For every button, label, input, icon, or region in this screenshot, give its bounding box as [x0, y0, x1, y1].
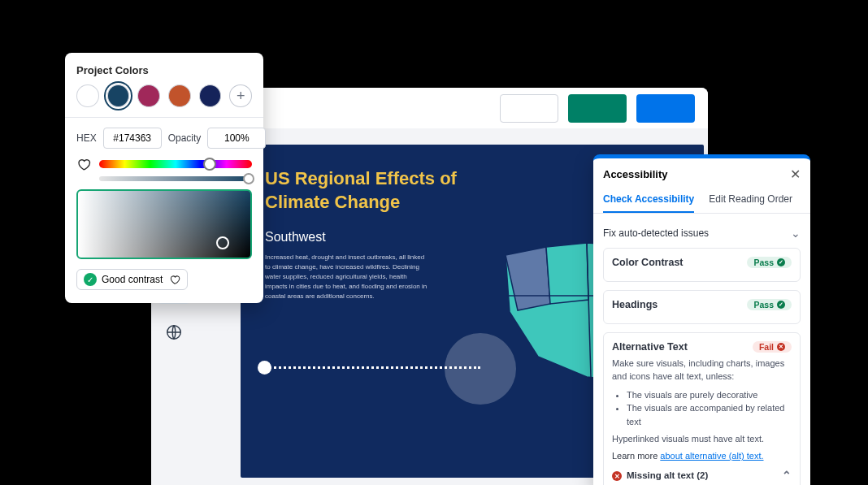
learn-more-link[interactable]: about alternative (alt) text.	[660, 451, 763, 461]
hue-slider[interactable]	[99, 160, 252, 168]
tab-edit-reading-order[interactable]: Edit Reading Order	[709, 188, 792, 213]
status-badge-fail: Fail✕	[753, 341, 792, 353]
swatch-darkblue[interactable]	[199, 84, 222, 107]
header-button-3[interactable]	[636, 94, 695, 123]
error-icon: ✕	[612, 471, 622, 481]
issue-color-contrast[interactable]: Color Contrast Pass✓	[603, 248, 801, 282]
a11y-tabs: Check Accessibility Edit Reading Order	[593, 188, 810, 214]
connector-line	[265, 366, 480, 369]
favorite-icon[interactable]	[76, 157, 91, 171]
opacity-label: Opacity	[168, 132, 202, 144]
fix-issues-label: Fix auto-detected issues	[603, 227, 709, 239]
opacity-input[interactable]	[207, 128, 266, 149]
connector-start-dot	[258, 361, 271, 375]
swatch-row: +	[76, 84, 252, 107]
list-item: The visuals are accompanied by related t…	[627, 401, 792, 428]
fix-issues-row[interactable]: Fix auto-detected issues ⌄	[603, 222, 801, 248]
issue-title: Headings	[612, 299, 658, 310]
color-panel-title: Project Colors	[76, 64, 252, 76]
swatch-orange[interactable]	[168, 84, 191, 107]
status-badge-pass: Pass✓	[747, 257, 792, 268]
saturation-box[interactable]	[76, 189, 252, 259]
globe-icon[interactable]	[157, 315, 191, 349]
header-button-2[interactable]	[568, 94, 627, 123]
issue-hyper-note: Hyperlinked visuals must have alt text.	[612, 433, 792, 446]
issue-description: Make sure visuals, including charts, ima…	[612, 357, 792, 383]
slide-body-text: Increased heat, drought and insect outbr…	[265, 253, 427, 301]
contrast-chip: ✓ Good contrast	[76, 269, 188, 290]
chevron-down-icon: ⌄	[791, 227, 801, 240]
chevron-up-icon: ⌃	[782, 469, 792, 482]
alpha-thumb[interactable]	[243, 173, 254, 184]
issue-headings[interactable]: Headings Pass✓	[603, 290, 801, 324]
tab-check-accessibility[interactable]: Check Accessibility	[603, 188, 694, 213]
status-badge-pass: Pass✓	[747, 299, 792, 310]
check-icon: ✓	[84, 273, 97, 286]
a11y-title: Accessibility	[603, 168, 668, 180]
alpha-slider[interactable]	[99, 176, 252, 181]
hex-opacity-row: HEX Opacity	[76, 128, 252, 149]
contrast-label: Good contrast	[102, 274, 163, 285]
issue-title: Alternative Text	[612, 341, 688, 353]
hex-label: HEX	[76, 132, 97, 144]
favorite-icon-small[interactable]	[169, 274, 180, 285]
add-swatch-button[interactable]: +	[229, 84, 252, 107]
swatch-navy[interactable]	[107, 84, 130, 107]
hue-thumb[interactable]	[203, 158, 216, 171]
saturation-thumb[interactable]	[216, 236, 229, 249]
issue-alt-text: Alternative Text Fail✕ Make sure visuals…	[603, 332, 801, 485]
header-button-1[interactable]	[500, 94, 558, 123]
accessibility-panel: Accessibility ✕ Check Accessibility Edit…	[593, 154, 810, 485]
learn-more: Learn more about alternative (alt) text.	[612, 451, 792, 461]
connector-highlight-circle	[445, 333, 516, 405]
list-item: The visuals are purely decorative	[627, 388, 792, 402]
issue-bullet-list: The visuals are purely decorative The vi…	[612, 388, 792, 429]
swatch-magenta[interactable]	[137, 84, 160, 107]
hex-input[interactable]	[103, 128, 162, 149]
swatch-white[interactable]	[76, 84, 99, 107]
close-icon[interactable]: ✕	[790, 167, 801, 182]
issue-title: Color Contrast	[612, 257, 684, 268]
missing-alt-header[interactable]: ✕Missing alt text (2) ⌃	[612, 469, 792, 482]
project-colors-panel: Project Colors + HEX Opacity ✓ Good cont…	[65, 53, 263, 303]
